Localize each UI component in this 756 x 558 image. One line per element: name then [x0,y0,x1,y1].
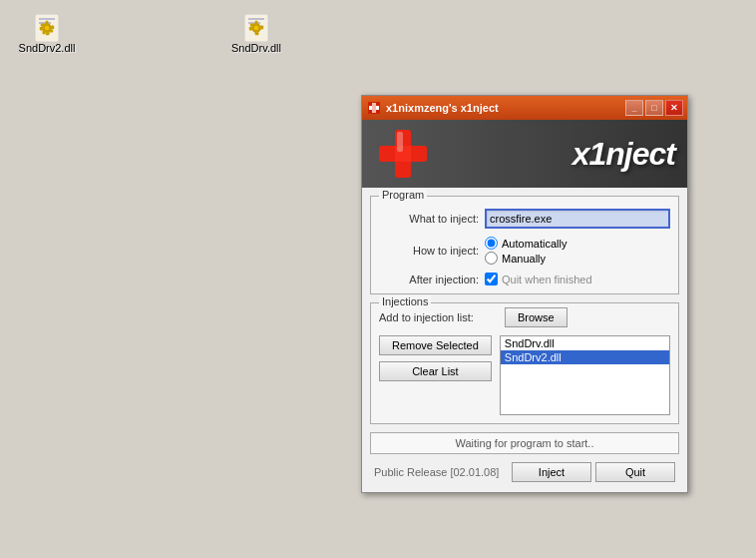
injections-group: Injections Add to injection list: Browse… [370,302,679,424]
remove-selected-button[interactable]: Remove Selected [379,335,492,355]
svg-rect-1 [39,18,55,20]
titlebar-title: x1nixmzeng's x1nject [386,102,499,114]
what-to-inject-input[interactable] [485,209,670,229]
svg-rect-12 [43,30,46,35]
svg-rect-36 [397,132,403,152]
manually-option[interactable]: Manually [485,252,567,265]
automatically-radio[interactable] [485,237,498,250]
titlebar-buttons: _ □ ✕ [625,100,683,116]
banner-title: x1nject [572,136,675,173]
add-inject-label: Add to injection list: [379,311,499,323]
after-injection-label: After injection: [379,274,479,285]
manually-radio[interactable] [485,252,498,265]
automatically-label: Automatically [502,238,567,250]
manually-label: Manually [502,253,546,265]
how-to-inject-label: How to inject: [379,245,479,257]
after-injection-row: After injection: Quit when finished [379,273,670,285]
add-inject-row: Add to injection list: Browse [379,307,670,327]
desktop-icon-snddrv2[interactable]: SndDrv2.dll [12,10,82,54]
program-group-label: Program [379,189,427,201]
clear-list-button[interactable]: Clear List [379,361,492,381]
list-item[interactable]: SndDrv.dll [501,336,669,350]
inject-method-group: Automatically Manually [485,237,567,265]
what-to-inject-label: What to inject: [379,213,479,225]
svg-rect-17 [248,22,260,24]
injections-inner: Remove Selected Clear List SndDrv.dll Sn… [379,335,670,415]
svg-rect-16 [248,18,264,20]
injections-group-label: Injections [379,295,431,307]
version-label: Public Release [02.01.08] [374,466,499,478]
x1nject-window: x1nixmzeng's x1nject _ □ ✕ x1nject Progr… [361,95,688,493]
inject-button[interactable]: Inject [512,462,591,482]
svg-rect-31 [372,103,376,113]
titlebar-app-icon [366,100,382,116]
svg-rect-5 [46,21,49,26]
titlebar-left: x1nixmzeng's x1nject [366,100,499,116]
dll-icon [31,10,63,42]
close-button[interactable]: ✕ [665,100,683,116]
dll-icon-2 [240,10,272,42]
footer: Public Release [02.01.08] Inject Quit [370,460,679,484]
svg-point-19 [254,26,259,31]
svg-point-4 [45,26,50,31]
quit-when-finished-label: Quit when finished [502,274,592,285]
list-item[interactable]: SndDrv2.dll [501,350,669,364]
program-group: Program What to inject: How to inject: A… [370,196,679,294]
banner-cross-icon [377,128,429,180]
minimize-button[interactable]: _ [625,100,643,116]
injection-list-area: SndDrv.dll SndDrv2.dll [500,335,670,415]
svg-rect-10 [49,30,54,33]
banner: x1nject [362,120,687,188]
content-area: Program What to inject: How to inject: A… [362,188,687,492]
desktop-icon-snddrv[interactable]: SndDrv.dll [221,10,291,54]
desktop-icon-snddrv2-label: SndDrv2.dll [19,42,76,54]
svg-rect-27 [250,24,255,27]
what-to-inject-row: What to inject: [379,209,670,229]
injection-listbox[interactable]: SndDrv.dll SndDrv2.dll [500,335,670,415]
quit-button[interactable]: Quit [595,462,675,482]
injections-actions: Remove Selected Clear List [379,335,492,415]
quit-when-finished-checkbox[interactable] [485,273,498,285]
footer-buttons: Inject Quit [512,462,675,482]
svg-rect-2 [39,22,51,24]
desktop-icon-snddrv-label: SndDrv.dll [231,42,281,54]
svg-rect-14 [41,24,46,27]
maximize-button[interactable]: □ [645,100,663,116]
status-bar: Waiting for program to start.. [370,432,679,454]
how-to-inject-row: How to inject: Automatically Manually [379,237,670,265]
quit-when-finished-option[interactable]: Quit when finished [485,273,592,285]
automatically-option[interactable]: Automatically [485,237,567,250]
svg-rect-20 [255,21,258,26]
browse-button[interactable]: Browse [505,307,567,327]
titlebar: x1nixmzeng's x1nject _ □ ✕ [362,96,687,120]
